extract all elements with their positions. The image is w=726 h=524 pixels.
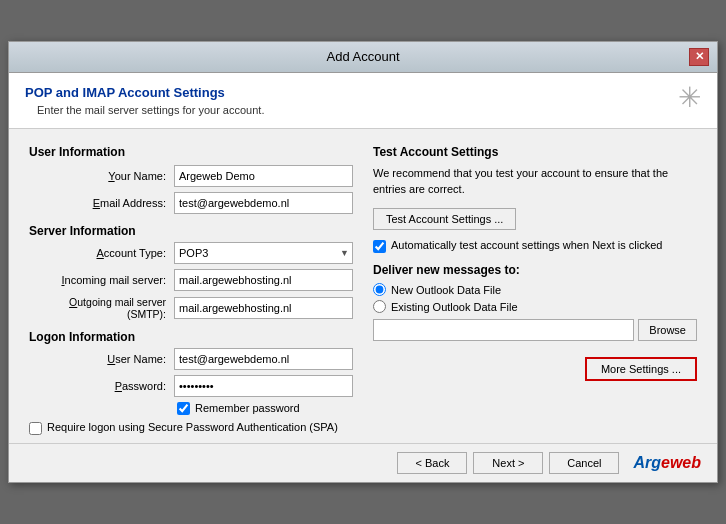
- title-bar: Add Account ✕: [9, 42, 717, 73]
- username-label: User Name:: [29, 353, 174, 365]
- spa-label: Require logon using Secure Password Auth…: [47, 420, 338, 435]
- new-file-label: New Outlook Data File: [391, 284, 501, 296]
- user-section-title: User Information: [29, 145, 353, 159]
- password-row: Password:: [29, 375, 353, 397]
- spa-row: Require logon using Secure Password Auth…: [29, 420, 353, 435]
- password-input[interactable]: [174, 375, 353, 397]
- email-input[interactable]: [174, 192, 353, 214]
- email-row: Email Address:: [29, 192, 353, 214]
- new-file-row: New Outlook Data File: [373, 283, 697, 296]
- password-label: Password:: [29, 380, 174, 392]
- remember-checkbox[interactable]: [177, 402, 190, 415]
- deliver-title: Deliver new messages to:: [373, 263, 697, 277]
- incoming-row: Incoming mail server:: [29, 269, 353, 291]
- new-file-radio[interactable]: [373, 283, 386, 296]
- right-column: Test Account Settings We recommend that …: [373, 143, 697, 435]
- outgoing-row: Outgoing mail server (SMTP):: [29, 296, 353, 320]
- outgoing-label: Outgoing mail server (SMTP):: [29, 296, 174, 320]
- email-label: Email Address:: [29, 197, 174, 209]
- argeweb-logo: Argeweb: [633, 454, 701, 472]
- your-name-label: Your Name:: [29, 170, 174, 182]
- browse-button[interactable]: Browse: [638, 319, 697, 341]
- remember-row: Remember password: [177, 402, 353, 415]
- account-type-select[interactable]: POP3 IMAP: [174, 242, 353, 264]
- incoming-input[interactable]: [174, 269, 353, 291]
- existing-file-radio[interactable]: [373, 300, 386, 313]
- footer: < Back Next > Cancel Argeweb: [9, 443, 717, 482]
- auto-test-label: Automatically test account settings when…: [391, 238, 662, 253]
- header-subtitle: Enter the mail server settings for your …: [37, 104, 264, 116]
- main-window: Add Account ✕ POP and IMAP Account Setti…: [8, 41, 718, 483]
- logon-section-title: Logon Information: [29, 330, 353, 344]
- test-account-button[interactable]: Test Account Settings ...: [373, 208, 516, 230]
- username-row: User Name:: [29, 348, 353, 370]
- spa-checkbox[interactable]: [29, 422, 42, 435]
- header-title: POP and IMAP Account Settings: [25, 85, 264, 100]
- window-title: Add Account: [37, 49, 689, 64]
- account-type-label: Account Type:: [29, 247, 174, 259]
- incoming-label: Incoming mail server:: [29, 274, 174, 286]
- your-name-input[interactable]: [174, 165, 353, 187]
- server-section-title: Server Information: [29, 224, 353, 238]
- auto-test-checkbox[interactable]: [373, 240, 386, 253]
- your-name-row: Your Name:: [29, 165, 353, 187]
- outgoing-input[interactable]: [174, 297, 353, 319]
- account-type-row: Account Type: POP3 IMAP ▼: [29, 242, 353, 264]
- browse-input[interactable]: [373, 319, 634, 341]
- left-column: User Information Your Name: Email Addres…: [29, 143, 353, 435]
- next-button[interactable]: Next >: [473, 452, 543, 474]
- browse-row: Browse: [373, 319, 697, 341]
- content-area: User Information Your Name: Email Addres…: [9, 129, 717, 443]
- cancel-button[interactable]: Cancel: [549, 452, 619, 474]
- existing-file-label: Existing Outlook Data File: [391, 301, 518, 313]
- test-section-title: Test Account Settings: [373, 145, 697, 159]
- test-description: We recommend that you test your account …: [373, 165, 697, 198]
- existing-file-row: Existing Outlook Data File: [373, 300, 697, 313]
- username-input[interactable]: [174, 348, 353, 370]
- auto-test-row: Automatically test account settings when…: [373, 238, 697, 253]
- header-section: POP and IMAP Account Settings Enter the …: [9, 73, 717, 129]
- close-button[interactable]: ✕: [689, 48, 709, 66]
- more-settings-row: More Settings ...: [373, 357, 697, 381]
- account-type-wrapper: POP3 IMAP ▼: [174, 242, 353, 264]
- settings-icon: ✳: [678, 81, 701, 114]
- more-settings-button[interactable]: More Settings ...: [585, 357, 697, 381]
- back-button[interactable]: < Back: [397, 452, 467, 474]
- header-text: POP and IMAP Account Settings Enter the …: [25, 85, 264, 116]
- remember-label: Remember password: [195, 402, 300, 414]
